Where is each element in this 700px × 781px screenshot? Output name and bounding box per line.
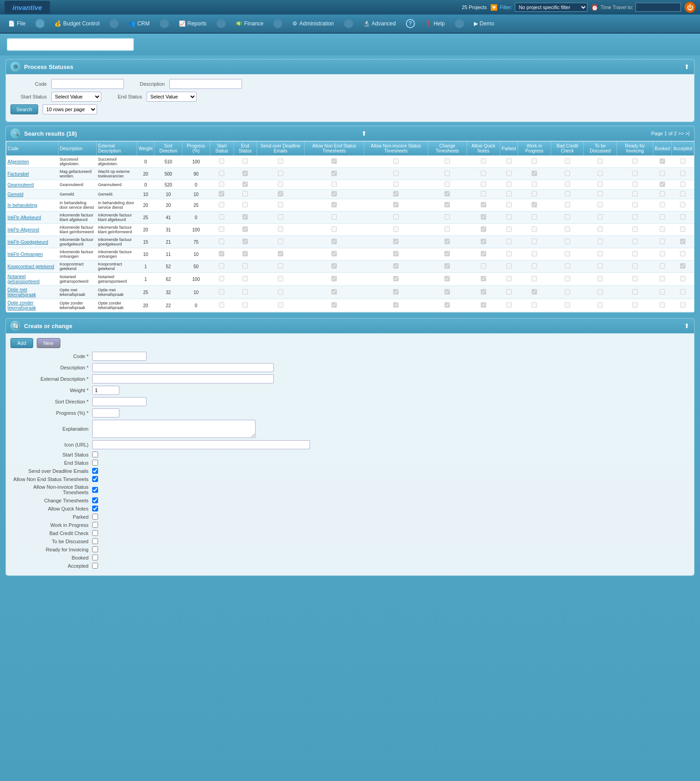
search-button[interactable]: Search — [10, 104, 38, 114]
nav-item-crm[interactable]: 👥 CRM — [124, 16, 154, 31]
field-end-status: End Status — [10, 460, 690, 466]
nav-item-demo-icon[interactable] — [450, 16, 468, 31]
cell-weight: 25 — [137, 286, 154, 299]
nav-item-advanced[interactable]: 🔬 Advanced — [359, 16, 400, 31]
field-sort-input[interactable] — [92, 397, 147, 406]
field-accepted-label: Accepted — [10, 563, 92, 569]
field-work-prog-cb[interactable] — [92, 522, 98, 528]
global-search-input[interactable] — [7, 38, 134, 51]
nav-item-budget[interactable]: 💰 Budget Control — [50, 16, 104, 31]
results-collapse-icon[interactable]: ⬆ — [361, 130, 367, 137]
create-collapse-icon[interactable]: ⬆ — [684, 322, 690, 329]
field-send-deadline-cb[interactable] — [92, 468, 98, 474]
row-link-code[interactable]: Optie zonder tekenafspraak — [8, 300, 36, 310]
end-status-select[interactable]: Select Value — [147, 92, 197, 102]
cell-bad-credit — [551, 211, 584, 224]
cell-accepted — [672, 248, 694, 260]
row-link-code[interactable]: InkFtr-Afkekeurd — [8, 215, 41, 220]
field-explanation-input[interactable] — [92, 420, 256, 438]
nav-item-demo[interactable]: ▶ Demo — [469, 16, 499, 31]
field-icon-input[interactable] — [92, 440, 310, 449]
row-link-code[interactable]: InkFtr-Goedgekeurd — [8, 240, 49, 245]
cell-progress: 10 — [182, 286, 210, 299]
code-input[interactable] — [51, 79, 124, 89]
cell-start — [210, 299, 234, 312]
nav-item-crm-icon[interactable] — [105, 16, 123, 31]
field-desc-input[interactable] — [92, 363, 274, 372]
time-travel-input[interactable] — [636, 3, 681, 12]
field-non-inv-cb[interactable] — [92, 487, 98, 493]
nav-item-admin-icon[interactable] — [269, 16, 287, 31]
field-start-status: Start Status — [10, 452, 690, 457]
row-link-code[interactable]: Facturabel — [8, 172, 29, 177]
nav-item-reports-icon[interactable] — [155, 16, 173, 31]
cell-to-discuss — [584, 273, 617, 286]
field-quick-notes-cb[interactable] — [92, 506, 98, 511]
row-link-code[interactable]: Notarieel getransporteerd — [8, 274, 40, 284]
cell-accepted — [672, 273, 694, 286]
table-row: Optie zonder tekenafspraak Optie zonder … — [6, 299, 694, 312]
row-link-code[interactable]: Afgesloten — [8, 159, 29, 164]
nav-item-finance[interactable]: 💵 Finance — [231, 16, 268, 31]
field-bad-credit-label: Bad Credit Check — [10, 530, 92, 536]
cell-accepted — [672, 190, 694, 199]
table-row: Optie met tekenafspraak Optie met tekena… — [6, 286, 694, 299]
nav-item-help[interactable]: ❓ Help — [420, 16, 449, 31]
field-to-discuss-cb[interactable] — [92, 538, 98, 544]
field-bad-credit-cb[interactable] — [92, 530, 98, 536]
filter-select[interactable]: No project specific filter — [515, 3, 587, 12]
cell-quick-notes — [467, 236, 500, 248]
field-booked-cb[interactable] — [92, 555, 98, 560]
cell-weight: 10 — [137, 190, 154, 199]
row-link-code[interactable]: InkFtr-Afgerond — [8, 227, 39, 232]
code-label: Code — [10, 81, 47, 87]
cell-parked — [500, 156, 518, 168]
description-input[interactable] — [169, 79, 242, 89]
cell-change-ts — [428, 168, 467, 180]
nav-item-finance-icon[interactable] — [212, 16, 230, 31]
row-link-code[interactable]: Gemeld — [8, 192, 24, 197]
filter-bar: 🔽 Filter: No project specific filter — [490, 3, 587, 12]
nav-label-crm: CRM — [137, 20, 149, 27]
field-ready-inv-cb[interactable] — [92, 546, 98, 552]
advanced-icon: 🔬 — [363, 20, 370, 27]
field-parked-cb[interactable] — [92, 514, 98, 520]
nav-item-help-icon[interactable]: ? — [401, 16, 419, 31]
col-work-prog: Work in Progress — [518, 142, 551, 156]
row-link-code[interactable]: InkFtr-Ontvangen — [8, 252, 43, 257]
nav-item-person[interactable] — [31, 16, 49, 31]
results-title: Search results (18) — [24, 130, 77, 137]
nav-item-advanced-icon[interactable] — [340, 16, 358, 31]
row-link-code[interactable]: Optie met tekenafspraak — [8, 287, 36, 297]
field-start-status-cb[interactable] — [92, 452, 98, 457]
cell-sort: 10 — [154, 190, 182, 199]
nav-item-reports[interactable]: 📈 Reports — [174, 16, 211, 31]
field-code-input[interactable] — [92, 352, 147, 361]
cell-end — [234, 190, 256, 199]
nav-item-file[interactable]: 📄 File — [4, 16, 30, 31]
field-accepted-cb[interactable] — [92, 563, 98, 569]
cell-quick-notes — [467, 299, 500, 312]
add-button[interactable]: Add — [10, 338, 33, 348]
cell-weight: 1 — [137, 260, 154, 273]
rows-per-page-select[interactable]: 10 rows per page 25 rows per page 50 row… — [43, 104, 97, 114]
row-link-code[interactable]: Koopcontract getekend — [8, 264, 54, 269]
new-button[interactable]: New — [37, 338, 60, 348]
create-change-icon: 🔄 — [10, 321, 20, 331]
collapse-icon[interactable]: ⬆ — [684, 63, 690, 70]
field-change-ts-cb[interactable] — [92, 497, 98, 503]
field-end-status-cb[interactable] — [92, 460, 98, 466]
field-non-end-cb[interactable] — [92, 476, 98, 482]
cell-start — [210, 156, 234, 168]
field-ext-desc-input[interactable] — [92, 374, 274, 383]
cell-to-discuss — [584, 260, 617, 273]
power-button[interactable]: ⏻ — [685, 2, 695, 13]
row-link-code[interactable]: Geannuleerd — [8, 182, 34, 187]
cell-sort: 52 — [154, 260, 182, 273]
start-status-select[interactable]: Select Value — [51, 92, 101, 102]
row-link-code[interactable]: In behandeling — [8, 203, 38, 208]
cell-ready-inv — [617, 248, 653, 260]
field-progress-input[interactable] — [92, 408, 119, 418]
nav-item-administration[interactable]: ⚙ Administration — [288, 16, 338, 31]
field-weight-input[interactable] — [92, 386, 119, 395]
